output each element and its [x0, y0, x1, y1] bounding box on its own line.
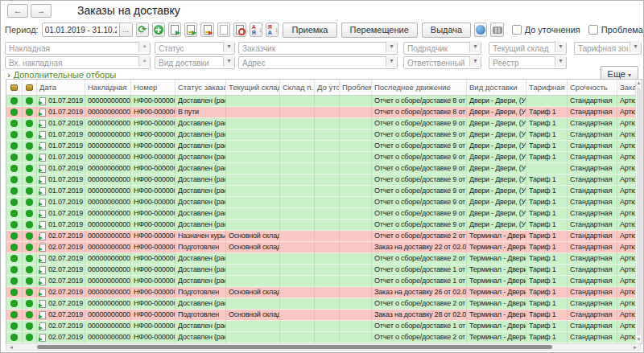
cell-urgency: Стандартная [568, 163, 617, 174]
table-row[interactable]: 01.07.2019 1... 0000000000014 НФ00-00000… [6, 152, 642, 163]
until-clarification-checkbox[interactable]: До уточнения [512, 25, 580, 35]
create-button[interactable] [152, 23, 165, 37]
period-input[interactable] [42, 23, 120, 37]
refresh-button[interactable]: ⟳ [136, 23, 149, 37]
table-row[interactable]: 01.07.2019 1... 0000000000013 НФ00-00000… [6, 141, 642, 152]
customer-input[interactable] [238, 42, 398, 55]
table-row[interactable]: 01.07.2019 1... 0000000000018 НФ00-00000… [6, 197, 642, 208]
chevron-down-icon[interactable]: ▾ [630, 41, 641, 52]
table-row[interactable]: 02.07.2019 0... 0000000000030 НФ00-00000… [6, 332, 642, 343]
chevron-down-icon[interactable]: ▾ [469, 55, 481, 67]
cell-until-clarification [315, 287, 340, 298]
unpost-document-button[interactable] [200, 23, 213, 37]
cell-problem [340, 276, 372, 287]
chevron-down-icon[interactable]: ▾ [223, 55, 234, 67]
forward-button[interactable]: → [31, 4, 52, 18]
table-row[interactable]: 02.07.2019 0... 0000000000023 НФ00-00000… [6, 253, 642, 265]
header-problem[interactable]: Проблема [340, 80, 372, 95]
chevron-down-icon[interactable]: ▾ [386, 41, 397, 52]
cell-current-warehouse [226, 253, 280, 265]
table-row[interactable]: 01.07.2019 1... 0000000000020 НФ00-00000… [6, 220, 642, 231]
back-button[interactable]: ← [7, 4, 28, 18]
header-delivery-status[interactable] [23, 80, 37, 95]
equipment-button[interactable] [490, 23, 503, 37]
horizontal-scrollbar[interactable]: ◄ ► [6, 343, 641, 351]
sort-desc-button[interactable]: ЯА↓ [266, 23, 279, 37]
cell-order-status: Подготовлен [175, 242, 226, 253]
scroll-left-icon[interactable]: ◄ [6, 344, 16, 350]
horizontal-scroll-thumb[interactable] [37, 345, 552, 349]
scroll-up-icon[interactable]: ▲ [636, 80, 642, 87]
cell-delivery-status [23, 220, 37, 231]
table-row[interactable]: 01.07.2019 1... 0000000000017 НФ00-00000… [6, 186, 642, 197]
chevron-down-icon[interactable]: ▾ [223, 41, 234, 52]
header-order-status[interactable]: Статус заказа [175, 80, 226, 95]
document-icon [39, 334, 46, 342]
table-row[interactable]: 02.07.2019 0... 0000000000025 НФ00-00000… [6, 276, 642, 287]
post-document-button[interactable] [184, 23, 197, 37]
plus-icon [154, 25, 163, 35]
green-dot-icon [26, 311, 33, 318]
vertical-scrollbar[interactable]: ▲ ▼ [635, 80, 642, 343]
table-row[interactable]: 02.07.2019 0... 0000000000021 НФ00-00000… [6, 231, 642, 242]
header-date[interactable]: Дата [37, 80, 85, 95]
scroll-right-icon[interactable]: ► [630, 344, 640, 350]
table-row[interactable]: 02.07.2019 0... 0000000000028 НФ00-00000… [6, 310, 642, 321]
cell-waybill: 0000000000011 [85, 118, 131, 129]
green-dot-icon [10, 154, 18, 161]
scroll-down-icon[interactable]: ▼ [636, 336, 642, 343]
receiving-button[interactable]: Приемка [283, 23, 336, 38]
table-row[interactable]: 02.07.2019 0... 0000000000022 НФ00-00000… [6, 242, 642, 253]
vertical-scroll-thumb[interactable] [637, 88, 641, 335]
transfer-button[interactable]: Перемещение [341, 23, 418, 38]
issue-button[interactable]: Выдача [422, 23, 471, 38]
table-row[interactable]: 01.07.2019 1... 0000000000011 НФ00-00000… [6, 118, 642, 129]
incoming-waybill-input[interactable] [5, 56, 151, 69]
table-row[interactable]: 01.07.2019 1... 0000000000012 НФ00-00000… [6, 129, 642, 141]
waybill-input[interactable] [5, 42, 151, 55]
period-choose-button[interactable]: ... [120, 23, 133, 37]
header-until-clarification[interactable]: До уто... [315, 80, 340, 95]
header-tariff-zone[interactable]: Тарифная зона [526, 80, 568, 95]
cell-delivery-status [23, 231, 37, 242]
table-row[interactable]: 01.07.2019 1... 0000000000015 НФ00-00000… [6, 163, 642, 174]
chevron-down-icon[interactable]: ▾ [555, 41, 566, 52]
header-delivery-type[interactable]: Вид доставки [467, 80, 526, 95]
header-current-warehouse[interactable]: Текущий склад [226, 80, 280, 95]
table-row[interactable]: 02.07.2019 0... 0000000000024 НФ00-00000… [6, 265, 642, 276]
table-row[interactable]: 02.07.2019 0... 0000000000027 НФ00-00000… [6, 298, 642, 310]
header-pickup-status[interactable] [6, 80, 23, 95]
header-last-movement[interactable]: Последнее движение [372, 80, 467, 95]
chevron-down-icon[interactable]: ▾ [469, 41, 481, 52]
cell-number: НФ00-000000... [131, 96, 175, 107]
globe-icon [476, 25, 485, 35]
table-row[interactable]: 01.07.2019 1... 0000000000016 НФ00-00000… [6, 174, 642, 186]
address-input[interactable] [238, 56, 398, 69]
copy-document-button[interactable] [217, 23, 230, 37]
table-row[interactable]: 01.07.2019 1... 0000000000009 НФ00-00000… [6, 96, 642, 107]
sort-asc-button[interactable]: АЯ↓ [250, 23, 262, 37]
delete-document-button[interactable] [233, 23, 246, 37]
device-icon [493, 27, 502, 34]
cell-pickup-status [6, 265, 23, 276]
open-document-button[interactable] [168, 23, 181, 37]
green-dot-icon [26, 277, 33, 285]
cell-delivery-status [23, 332, 37, 343]
problem-checkbox[interactable]: Проблема [588, 25, 643, 35]
cell-last-movement: Заказ на доставку 22 от 02.07.20... [372, 242, 467, 253]
chevron-down-icon[interactable]: ▾ [386, 55, 397, 67]
table-row[interactable]: 02.07.2019 0... 0000000000029 НФ00-00000… [6, 321, 642, 332]
table-row[interactable]: 01.07.2019 1... 0000000000019 НФ00-00000… [6, 208, 642, 220]
chevron-down-icon[interactable]: ▾ [555, 55, 566, 67]
table-row[interactable]: 02.07.2019 0... 0000000000026 НФ00-00000… [6, 287, 642, 298]
table-row[interactable]: 01.07.2019 1... 0000000000010 НФ00-00000… [6, 107, 642, 118]
header-warehouse-p[interactable]: Склад п... [280, 80, 315, 95]
clear-icon[interactable]: × [138, 55, 150, 67]
header-number[interactable]: Номер [131, 80, 175, 95]
clear-icon[interactable]: × [138, 41, 150, 52]
cell-delivery-type: Терминал - Двери [467, 265, 526, 276]
cell-delivery-status [23, 96, 37, 107]
header-urgency[interactable]: Срочность [568, 80, 617, 95]
header-waybill[interactable]: Накладная [85, 80, 131, 95]
reports-button[interactable] [474, 23, 487, 37]
